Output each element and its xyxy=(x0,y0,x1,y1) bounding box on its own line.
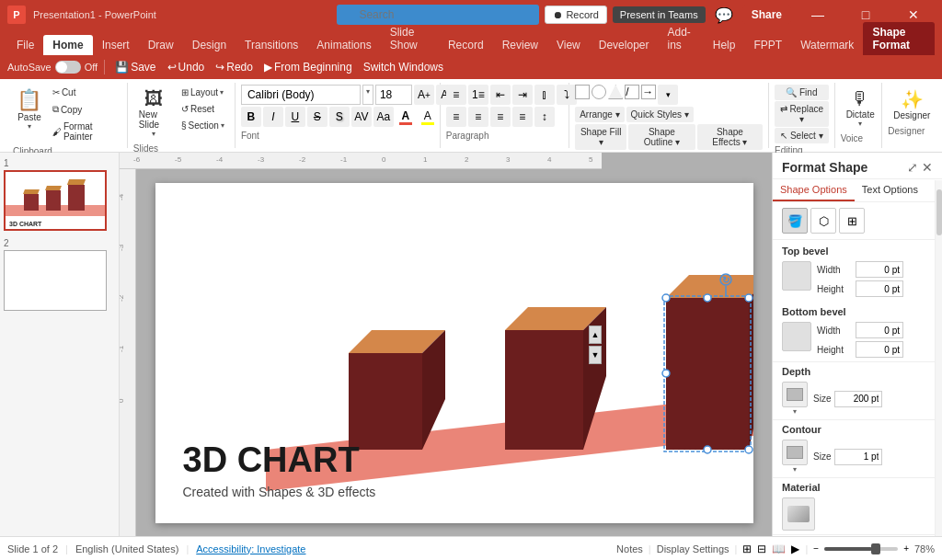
new-slide-button[interactable]: 🖼 New Slide ▾ xyxy=(133,85,175,142)
tab-shapeformat[interactable]: Shape Format xyxy=(863,22,935,55)
accessibility-label[interactable]: Accessibility: Investigate xyxy=(196,543,305,554)
redo-button[interactable]: ↪ Redo xyxy=(212,59,257,75)
slideshow-view-button[interactable]: ▶ xyxy=(791,543,799,555)
from-beginning-button[interactable]: ▶ From Beginning xyxy=(260,59,356,75)
bottom-bevel-height-input[interactable] xyxy=(856,341,903,358)
scroll-down-button[interactable]: ▼ xyxy=(589,346,602,364)
minimize-button[interactable]: — xyxy=(797,0,839,29)
indent-decrease-button[interactable]: ⇤ xyxy=(490,85,511,105)
zoom-in-button[interactable]: + xyxy=(903,543,909,554)
bottom-bevel-width-input[interactable] xyxy=(856,322,903,338)
comment-button[interactable]: 💬 xyxy=(711,5,737,26)
contour-color-button[interactable] xyxy=(782,440,808,465)
top-bevel-width-input[interactable] xyxy=(856,261,903,278)
shape-effects-button[interactable]: Shape Effects ▾ xyxy=(697,124,763,150)
shapes-more-button[interactable]: ▾ xyxy=(658,85,678,105)
select-button[interactable]: ↖ Select ▾ xyxy=(775,128,829,143)
designer-button[interactable]: ✨ Designer xyxy=(888,85,936,124)
zoom-slider[interactable] xyxy=(824,547,898,551)
top-bevel-style-button[interactable] xyxy=(782,261,811,291)
numbering-button[interactable]: 1≡ xyxy=(468,85,488,105)
bold-button[interactable]: B xyxy=(241,107,261,127)
bottom-bevel-style-button[interactable] xyxy=(782,322,811,351)
columns-button[interactable]: ⫿ xyxy=(534,85,555,105)
tab-record[interactable]: Record xyxy=(439,35,493,55)
shape-rect[interactable] xyxy=(575,85,590,99)
font-size-input[interactable] xyxy=(375,85,412,105)
shape-outline-button[interactable]: Shape Outline ▾ xyxy=(628,124,695,150)
quick-styles-button[interactable]: Quick Styles ▾ xyxy=(626,107,694,122)
slide-thumbnail-1[interactable]: 1 3D CHART xyxy=(4,158,115,231)
italic-button[interactable]: I xyxy=(263,107,283,127)
top-bevel-height-input[interactable] xyxy=(856,280,903,297)
depth-color-button[interactable] xyxy=(782,382,808,407)
autosave-toggle[interactable] xyxy=(55,61,81,74)
format-painter-button[interactable]: 🖌 Format Painter xyxy=(48,119,120,144)
contour-size-input[interactable] xyxy=(834,449,882,465)
tab-fppt[interactable]: FPPT xyxy=(744,35,791,55)
justify-button[interactable]: ≡ xyxy=(512,107,533,127)
shape-line[interactable]: / xyxy=(625,85,639,99)
tab-help[interactable]: Help xyxy=(704,35,745,55)
effects-icon-button[interactable]: ⬡ xyxy=(810,208,836,234)
bullets-button[interactable]: ≡ xyxy=(446,85,466,105)
shape-fill-button[interactable]: Shape Fill ▾ xyxy=(575,124,626,150)
normal-view-button[interactable]: ⊞ xyxy=(742,543,752,555)
align-left-button[interactable]: ≡ xyxy=(446,107,466,127)
shape-circle[interactable] xyxy=(592,85,606,99)
shape-triangle[interactable] xyxy=(608,85,623,99)
present-teams-button[interactable]: Present in Teams xyxy=(613,6,706,23)
case-button[interactable]: Aa xyxy=(373,107,394,127)
panel-scrollbar[interactable] xyxy=(935,180,942,536)
copy-button[interactable]: ⧉ Copy xyxy=(48,101,120,118)
indent-increase-button[interactable]: ⇥ xyxy=(512,85,533,105)
align-right-button[interactable]: ≡ xyxy=(490,107,511,127)
format-tab-shape-options[interactable]: Shape Options xyxy=(773,179,855,201)
layout-icon-button[interactable]: ⊞ xyxy=(839,208,865,234)
notes-button[interactable]: Notes xyxy=(616,543,643,554)
highlight-color-button[interactable]: A xyxy=(418,107,438,127)
tab-view[interactable]: View xyxy=(547,35,590,55)
fill-color-icon-button[interactable]: 🪣 xyxy=(782,208,808,234)
line-spacing-button[interactable]: ↕ xyxy=(534,107,555,127)
font-size-increase-button[interactable]: A+ xyxy=(414,85,434,105)
undo-button[interactable]: ↩ Undo xyxy=(164,59,209,75)
tab-developer[interactable]: Developer xyxy=(590,35,659,55)
replace-button[interactable]: ⇄ Replace ▾ xyxy=(775,101,829,127)
tab-draw[interactable]: Draw xyxy=(139,35,183,55)
tab-review[interactable]: Review xyxy=(493,35,547,55)
shape-arrow[interactable]: → xyxy=(641,85,656,99)
search-input[interactable] xyxy=(337,5,539,25)
arrange-button[interactable]: Arrange ▾ xyxy=(575,107,624,122)
share-button[interactable]: Share xyxy=(742,6,791,24)
tab-home[interactable]: Home xyxy=(43,35,92,55)
slide-thumbnail-2[interactable]: 2 xyxy=(4,238,115,311)
find-button[interactable]: 🔍 Find xyxy=(775,85,829,100)
zoom-out-button[interactable]: − xyxy=(813,543,819,554)
tab-addins[interactable]: Add-ins xyxy=(658,22,703,55)
depth-size-input[interactable] xyxy=(834,391,882,407)
tab-slideshow[interactable]: Slide Show xyxy=(381,22,439,55)
shadow-button[interactable]: S xyxy=(329,107,350,127)
tab-animations[interactable]: Animations xyxy=(307,35,380,55)
font-color-button[interactable]: A xyxy=(396,107,416,127)
tab-design[interactable]: Design xyxy=(183,35,236,55)
strikethrough-button[interactable]: S xyxy=(307,107,327,127)
reading-view-button[interactable]: 📖 xyxy=(772,543,786,555)
cut-button[interactable]: ✂ Cut xyxy=(48,85,120,100)
reset-button[interactable]: ↺ Reset xyxy=(177,101,229,117)
format-panel-expand-button[interactable]: ⤢ xyxy=(907,160,918,175)
zoom-thumb[interactable] xyxy=(871,543,880,554)
scroll-up-button[interactable]: ▲ xyxy=(589,326,602,344)
record-button[interactable]: ⏺ Record xyxy=(545,6,606,24)
tab-file[interactable]: File xyxy=(7,35,43,55)
save-button[interactable]: 💾 Save xyxy=(111,59,159,75)
zoom-level[interactable]: 78% xyxy=(914,543,935,554)
layout-button[interactable]: ⊞ Layout ▾ xyxy=(177,85,229,100)
format-panel-close-button[interactable]: ✕ xyxy=(922,160,933,175)
align-center-button[interactable]: ≡ xyxy=(468,107,488,127)
tab-transitions[interactable]: Transitions xyxy=(236,35,307,55)
underline-button[interactable]: U xyxy=(285,107,305,127)
format-tab-text-options[interactable]: Text Options xyxy=(855,179,925,201)
char-spacing-button[interactable]: AV xyxy=(351,107,372,127)
